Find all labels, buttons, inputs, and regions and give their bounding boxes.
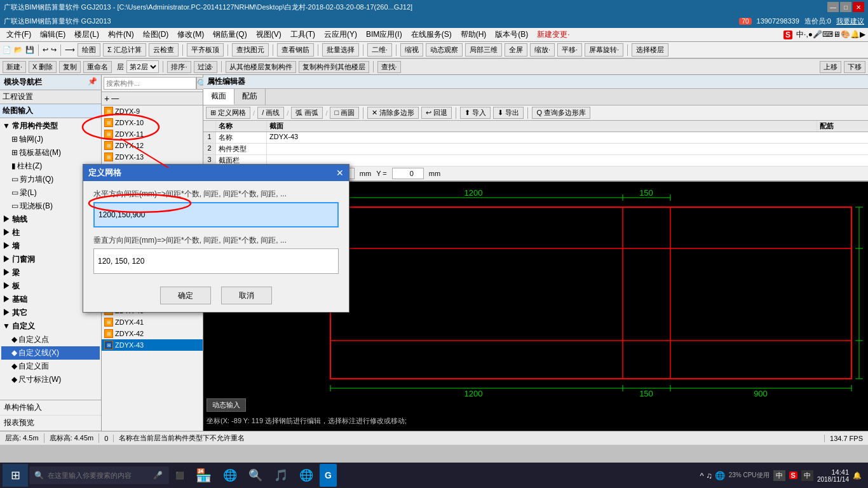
tree-custom-line[interactable]: ◆自定义线(X): [1, 346, 100, 360]
menu-cloud[interactable]: 云应用(Y): [320, 28, 361, 41]
list-item-zdyx10[interactable]: ⊞ZDYX-10: [102, 117, 203, 128]
menu-new-change[interactable]: 新建变更·: [533, 28, 573, 41]
taskbar-app-taskview[interactable]: ⬛: [170, 464, 189, 487]
layer-up-btn[interactable]: 上移: [820, 61, 841, 73]
draw-input[interactable]: 绘图输入: [0, 104, 101, 118]
layer-sort-btn[interactable]: 排序·: [167, 61, 191, 73]
close-button[interactable]: ✕: [853, 2, 864, 12]
toolbar-pan[interactable]: 平移·: [557, 43, 582, 57]
menu-component[interactable]: 构件(N): [104, 28, 138, 41]
layer-down-btn[interactable]: 下移: [844, 61, 865, 73]
toolbar-zoom-view[interactable]: 缩视: [400, 43, 423, 57]
tree-custom-face[interactable]: ◆自定义面: [1, 360, 100, 373]
toolbar-view-rebar[interactable]: 查看钢筋: [277, 43, 314, 57]
layer-new-btn[interactable]: 新建·: [3, 61, 26, 73]
list-item-zdyx42[interactable]: ⊞ZDYX-42: [102, 328, 203, 339]
toolbar-select-floor[interactable]: 选择楼层: [632, 43, 668, 57]
taskbar-app-music[interactable]: 🎵: [269, 464, 293, 487]
single-input[interactable]: 单构件输入: [0, 400, 101, 416]
horizontal-input[interactable]: [93, 202, 339, 227]
toolbar-dynamic-obs[interactable]: 动态观察: [426, 43, 463, 57]
list-item-zdyx11[interactable]: ⊞ZDYX-11: [102, 128, 203, 140]
tree-raft[interactable]: ⊞筏板基础(M): [1, 146, 100, 159]
undo-btn[interactable]: ↩ 回退: [421, 107, 452, 119]
tree-custom-point[interactable]: ◆自定义点: [1, 333, 100, 346]
define-grid-btn[interactable]: ⊞ 定义网格: [206, 107, 250, 119]
report-preview[interactable]: 报表预览: [0, 416, 101, 431]
menu-help[interactable]: 帮助(H): [457, 28, 491, 41]
layer-delete-btn[interactable]: X 删除: [29, 61, 57, 73]
layer-copy-from-btn[interactable]: 从其他楼层复制构件: [226, 61, 296, 73]
prop-val-1[interactable]: ZDYX-43: [267, 132, 817, 143]
start-button[interactable]: ⊞: [3, 464, 28, 487]
taskbar-app-store[interactable]: 🏪: [191, 464, 217, 487]
toolbar-cloud-check[interactable]: 云检查: [149, 43, 179, 57]
list-item-zdyx12[interactable]: ⊞ZDYX-12: [102, 140, 203, 151]
toolbar-level-top[interactable]: 平齐板顶: [187, 43, 224, 57]
menu-tools[interactable]: 工具(T): [287, 28, 319, 41]
taskbar-app-ggj[interactable]: G: [320, 464, 337, 487]
list-search-input[interactable]: [104, 77, 196, 90]
build-text[interactable]: 我要建议: [836, 17, 864, 26]
y-input[interactable]: [392, 168, 424, 179]
menu-modify[interactable]: 修改(M): [173, 28, 208, 41]
menu-file[interactable]: 文件(F): [3, 28, 35, 41]
draw-line-btn[interactable]: / 画线: [257, 107, 284, 119]
clear-poly-btn[interactable]: ✕ 清除多边形: [367, 107, 419, 119]
layer-copy-btn[interactable]: 复制: [59, 61, 81, 73]
list-item-zdyx9[interactable]: ⊞ZDYX-9: [102, 105, 203, 117]
draw-arc-btn[interactable]: 弧 画弧: [291, 107, 323, 119]
dynamic-input-btn[interactable]: 动态输入: [207, 398, 246, 412]
menu-version[interactable]: 版本号(B): [491, 28, 532, 41]
tree-common-types[interactable]: ▼ 常用构件类型: [1, 119, 100, 133]
layer-copy-to-btn[interactable]: 复制构件到其他楼层: [299, 61, 369, 73]
list-item-zdyx13[interactable]: ⊞ZDYX-13: [102, 151, 203, 163]
menu-view[interactable]: 视图(V): [252, 28, 285, 41]
taskbar-app-network[interactable]: 🌐: [294, 464, 318, 487]
toolbar-2d[interactable]: 二维·: [367, 43, 392, 57]
list-item-zdyx41[interactable]: ⊞ZDYX-41: [102, 316, 203, 328]
menu-edit[interactable]: 编辑(E): [36, 28, 69, 41]
tree-axis[interactable]: ⊞轴网(J): [1, 133, 100, 146]
toolbar-local-3d[interactable]: 局部三维: [465, 43, 502, 57]
toolbar-find[interactable]: 查找图元: [232, 43, 269, 57]
list-item-zdyx43[interactable]: ⊞ZDYX-43: [102, 339, 203, 351]
tree-dim-mark[interactable]: ◆尺寸标注(W): [1, 373, 100, 386]
layer-rename-btn[interactable]: 重命名: [83, 61, 112, 73]
menu-rebar[interactable]: 钢筋量(Q): [209, 28, 250, 41]
module-nav-pin[interactable]: 📌: [88, 77, 97, 88]
dialog-close-button[interactable]: ✕: [336, 168, 344, 178]
import-btn[interactable]: ⬆ 导入: [460, 107, 491, 119]
taskbar-search-input[interactable]: [48, 471, 149, 479]
menu-floor[interactable]: 楼层(L): [71, 28, 103, 41]
list-icon-add[interactable]: +: [104, 93, 109, 104]
prop-val-2[interactable]: [267, 144, 817, 154]
toolbar-rotate[interactable]: 屏幕旋转·: [585, 43, 623, 57]
input-method[interactable]: 中: [801, 470, 813, 481]
layer-filter-btn[interactable]: 过滤·: [194, 61, 217, 73]
query-lib-btn[interactable]: Q 查询多边形库: [532, 107, 590, 119]
lang-indicator[interactable]: 中: [773, 470, 785, 481]
toolbar-draw[interactable]: 绘图: [78, 43, 100, 57]
menu-bim[interactable]: BIM应用(I): [362, 28, 406, 41]
export-btn[interactable]: ⬇ 导出: [493, 107, 524, 119]
layer-find-btn[interactable]: 查找·: [377, 61, 401, 73]
dialog-cancel-button[interactable]: 取消: [221, 287, 272, 304]
project-settings[interactable]: 工程设置: [0, 90, 101, 104]
menu-online[interactable]: 在线服务(S): [407, 28, 456, 41]
draw-rect-btn[interactable]: □ 画圆: [330, 107, 359, 119]
vertical-input[interactable]: [93, 248, 339, 274]
maximize-button[interactable]: □: [840, 2, 851, 12]
layer-select[interactable]: 第2层: [126, 60, 159, 73]
taskbar-app-filesearch[interactable]: 🔍: [243, 464, 268, 487]
toolbar-fullscreen[interactable]: 全屏: [505, 43, 527, 57]
tab-rebar[interactable]: 配筋: [234, 89, 266, 105]
toolbar-zoom[interactable]: 缩放·: [530, 43, 555, 57]
menu-draw[interactable]: 绘图(D): [139, 28, 173, 41]
tree-custom-section[interactable]: ▼ 自定义: [1, 320, 100, 333]
toolbar-batch-select[interactable]: 批量选择: [322, 43, 359, 57]
notification-icon[interactable]: 🔔: [853, 471, 862, 480]
tab-section[interactable]: 截面: [203, 89, 234, 105]
toolbar-sum[interactable]: Σ 汇总计算: [103, 43, 146, 57]
taskbar-app-browser[interactable]: 🌐: [218, 464, 242, 487]
